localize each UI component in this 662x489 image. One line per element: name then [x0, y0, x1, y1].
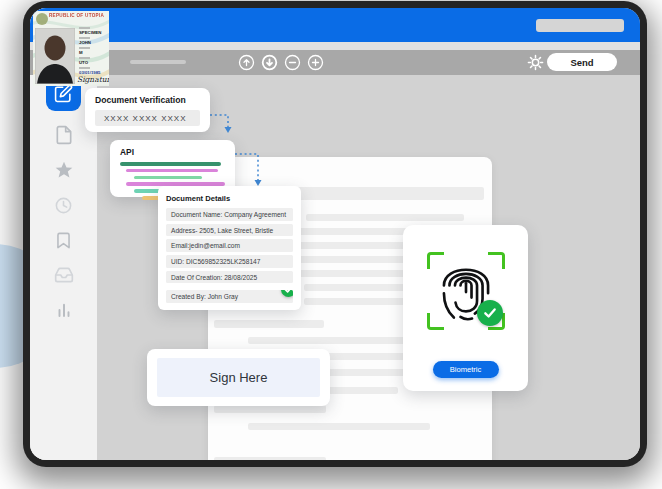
- document-icon: [54, 125, 74, 145]
- header-placeholder-pill: [536, 19, 624, 32]
- created-by-field: Created By: John Gray: [166, 290, 293, 303]
- sidebar-item-history[interactable]: [53, 194, 75, 216]
- document-details-title: Document Details: [166, 194, 293, 203]
- sidebar-item-analytics[interactable]: [53, 299, 75, 321]
- arrow-down-circle-icon[interactable]: [261, 54, 278, 71]
- skeleton-text-line: [214, 320, 324, 328]
- gear-icon[interactable]: [527, 54, 544, 71]
- detail-field: Address- 2505, Lake Street, Bristle: [166, 224, 293, 237]
- document-details-card: Document Details Document Name: Company …: [158, 186, 301, 310]
- bookmark-icon: [54, 231, 73, 250]
- illustration-stage: Send: [0, 0, 662, 489]
- id-field: M: [79, 47, 101, 55]
- id-signature: Signature: [77, 75, 109, 84]
- skeleton-text-line: [304, 284, 416, 291]
- verified-check-icon: [281, 290, 293, 297]
- skeleton-text-line: [248, 337, 418, 344]
- id-seal-icon: [36, 13, 48, 25]
- document-toolbar: Send: [30, 50, 640, 75]
- sign-here-label: Sign Here: [210, 370, 268, 385]
- sidebar-item-documents[interactable]: [53, 124, 75, 146]
- send-button[interactable]: Send: [547, 53, 617, 71]
- inbox-icon: [54, 265, 74, 285]
- star-icon: [54, 160, 74, 180]
- zoom-in-icon[interactable]: [307, 54, 324, 71]
- id-card-country: REPUBLIC OF UTOPIA: [49, 13, 104, 18]
- fingerprint-scan-zone: [427, 252, 505, 330]
- id-portrait-photo: [35, 28, 75, 84]
- id-card-fields: SPECIMENJOHNMUTO03/01/1985: [79, 27, 101, 77]
- compose-icon: [54, 84, 73, 103]
- api-code-line: [126, 169, 218, 173]
- zoom-out-icon[interactable]: [284, 54, 301, 71]
- sidebar-item-bookmarks[interactable]: [53, 229, 75, 251]
- sidebar-item-starred[interactable]: [53, 159, 75, 181]
- id-card-image: REPUBLIC OF UTOPIA SPECIMENJOHNMUTO03/01…: [30, 8, 112, 89]
- id-field: UTO: [79, 57, 101, 65]
- biometric-card: Biometric: [403, 225, 528, 391]
- sidebar: [30, 75, 97, 460]
- masked-number-field[interactable]: XXXX XXXX XXXX: [95, 110, 200, 126]
- signature-field[interactable]: Sign Here: [157, 358, 320, 397]
- toolbar-placeholder-line: [130, 60, 186, 64]
- skeleton-text-line: [306, 214, 464, 221]
- document-details-fields: Document Name: Company AgreementAddress-…: [166, 208, 293, 283]
- clock-icon: [54, 196, 73, 215]
- biometric-check-icon: [477, 300, 503, 326]
- document-verification-title: Document Verification: [95, 95, 200, 105]
- content-area: [30, 75, 640, 460]
- detail-field: UID: DIC569852325LK258147: [166, 255, 293, 268]
- detail-field: Document Name: Company Agreement: [166, 208, 293, 221]
- api-code-line: [134, 176, 202, 180]
- document-verification-card: Document Verification XXXX XXXX XXXX: [85, 88, 210, 132]
- sidebar-item-inbox[interactable]: [53, 264, 75, 286]
- detail-field: Date Of Creation: 28/08/2025: [166, 271, 293, 284]
- skeleton-text-line: [214, 405, 326, 413]
- app-window: Send: [30, 8, 640, 460]
- arrow-up-circle-icon[interactable]: [238, 54, 255, 71]
- sign-here-card: Sign Here: [147, 349, 330, 406]
- app-header: [30, 8, 640, 42]
- bar-chart-icon: [55, 301, 73, 319]
- skeleton-text-line: [248, 423, 430, 430]
- api-card-title: API: [120, 147, 225, 157]
- detail-field: Email:jedin@email.com: [166, 239, 293, 252]
- id-field: SPECIMEN: [79, 27, 101, 35]
- id-field: JOHN: [79, 37, 101, 45]
- biometric-button[interactable]: Biometric: [433, 361, 499, 378]
- skeleton-text-line: [214, 457, 326, 460]
- api-code-line: [120, 162, 221, 166]
- id-field: 03/01/1985: [79, 67, 101, 75]
- header-divider: [30, 42, 640, 50]
